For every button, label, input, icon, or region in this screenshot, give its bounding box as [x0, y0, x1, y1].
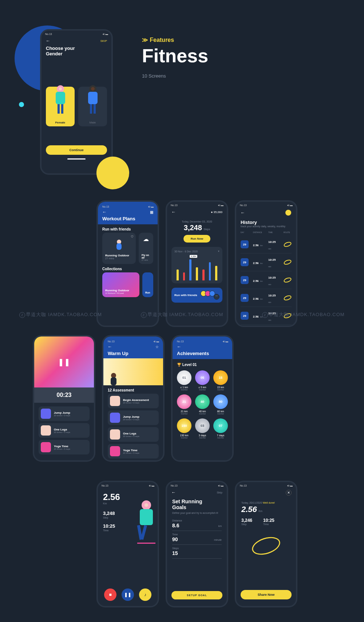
hero-title: Fitness	[142, 45, 208, 67]
achievement-badge[interactable]: 077 daysreached	[213, 418, 228, 439]
star-icon[interactable]: ☆	[155, 345, 159, 349]
calendar-icon[interactable]: ▦	[150, 210, 153, 214]
achievement-badge[interactable]: 1515 kmreached	[213, 370, 228, 391]
home-indicator	[67, 158, 86, 160]
music-button[interactable]: ♪	[139, 588, 151, 601]
exercise-item[interactable]: Yoga Time20 times • 3 reps	[108, 444, 159, 458]
back-icon[interactable]: ←	[241, 210, 245, 215]
history-row[interactable]: 292.56 km10:25 min	[241, 253, 292, 271]
running-character	[137, 500, 155, 544]
skip-button[interactable]: Skip	[217, 491, 222, 494]
run-friends-section: Run with friends	[98, 224, 158, 233]
bg-circle-yellow	[96, 157, 129, 189]
run-friends-card[interactable]: Run with friends ⋯	[171, 288, 222, 303]
steps-chart-card: 30 Nov - 6 Dec 2020▾ 3,284	[171, 247, 222, 283]
workout-plans-title: Workout Plans	[102, 216, 153, 221]
screen-workout-plans: No.13•ıl ⌂ ▬ ←▦ Workout Plans Run with f…	[96, 200, 159, 327]
back-icon[interactable]: ←	[46, 38, 50, 43]
back-icon[interactable]: ←	[108, 344, 112, 349]
steps-count: 3,248	[184, 224, 202, 232]
heart-icon[interactable]: ♡	[131, 235, 134, 239]
history-sub: track your activity daily, weekly, month…	[241, 225, 292, 228]
exercise-item[interactable]: One Legs20 times • 3 reps	[39, 423, 90, 438]
hero-features-label: Features	[142, 36, 208, 43]
timer-display: 00:23	[34, 387, 94, 403]
skip-button[interactable]: SKIP	[100, 39, 107, 43]
history-row[interactable]: 292.56 km10:25 min	[241, 271, 292, 289]
steps-date: Today, December 03, 2020	[167, 220, 227, 223]
goals-title: Set Running Goals	[172, 499, 222, 510]
screen-result: No.13•ıl ⌂ ▬ × Today, 20/11/2020 Well do…	[235, 481, 297, 607]
achievement-badge[interactable]: 033 daysreached	[195, 418, 210, 439]
result-km: 2.56	[241, 505, 257, 514]
achievement-badge[interactable]: 4040 kmreached	[195, 394, 210, 415]
watermark: Z早道大咖 IAMDK.TAOBAO.COM Z早道大咖 IAMDK.TAOBA…	[0, 311, 364, 318]
screen-set-goals: No.13•ıl ⌂ ▬ ←Skip Set Running Goals Def…	[166, 481, 228, 607]
steps-bar-chart: 3,284	[174, 255, 219, 280]
achievement-badge[interactable]: 150150 kmreached	[177, 418, 191, 439]
trophy-icon: 🏆	[177, 363, 181, 367]
distance-input[interactable]: Distance8.6km	[172, 517, 222, 531]
collection-card-partial[interactable]: Run	[142, 272, 153, 297]
run-now-button[interactable]: Run Now	[183, 235, 211, 243]
screen-running: No.13•ıl ⌂ ▬ 2.56 Km 3,248 Step 10:25 Ti…	[96, 481, 159, 607]
coins-badge: ● 35,000	[211, 210, 222, 214]
warmup-hero-image	[103, 358, 163, 385]
achievement-badge[interactable]: 8080 kmreached	[213, 394, 228, 415]
back-icon[interactable]: ←	[171, 490, 176, 495]
steps-input[interactable]: Steps15	[172, 545, 222, 559]
gender-male-card[interactable]: Male	[78, 87, 107, 126]
avatar[interactable]	[285, 209, 292, 216]
gender-female-card[interactable]: Female	[46, 87, 75, 126]
km-value: 2.56	[103, 492, 120, 502]
achievement-badge[interactable]: 2121 kmreached	[177, 394, 191, 415]
exercise-item[interactable]: Jump Jump20 times • 3 reps	[108, 410, 159, 425]
screen-gender: No.13•ıl ⌂ ▬ ←SKIP Choose your Gender Fe…	[40, 29, 113, 175]
female-label: Female	[48, 121, 72, 124]
history-row[interactable]: 292.56 km10:25 min	[241, 289, 292, 307]
gender-title: Choose your Gender	[41, 44, 111, 58]
male-label: Male	[80, 121, 105, 124]
back-icon[interactable]: ←	[171, 209, 176, 214]
close-icon[interactable]: ×	[286, 490, 292, 496]
exercise-item[interactable]: Yoga Time20 times • 3 reps	[39, 440, 90, 454]
stop-button[interactable]: ■	[104, 588, 116, 601]
exercise-item[interactable]: Begin Assessment20 times • 3 reps	[108, 394, 159, 408]
exercise-item[interactable]: One Legs20 times • 3 reps	[108, 427, 159, 442]
achievement-badge[interactable]: 05≤ 5 kmreached	[195, 370, 210, 391]
hero-block: Features Fitness 10 Screens	[142, 36, 208, 79]
time-input[interactable]: Time90minute	[172, 531, 222, 545]
screen-steps: No.13•ıl ⌂ ▬ ←● 35,000 Today, December 0…	[166, 200, 228, 327]
exercise-item[interactable]: Jump Jump20 times • 3 reps	[39, 406, 90, 421]
achievement-badge[interactable]: 01≤ 1 kmreached	[177, 370, 191, 391]
warmup-title: Warm Up	[108, 351, 159, 356]
collections-section: Collections	[98, 264, 158, 272]
screen-exercise-video: ❚❚ 00:23 Jump Jump20 times • 3 reps One …	[33, 335, 95, 462]
status-icons: •ıl ⌂ ▬	[103, 33, 108, 35]
screen-achievements: No.13•ıl ⌂ ▬ ← Achievements 🏆 Level 01 0…	[171, 335, 234, 462]
pause-icon[interactable]: ❚❚	[58, 358, 70, 366]
setup-goal-button[interactable]: SETUP GOAL	[171, 591, 222, 599]
continue-button[interactable]: Continue	[46, 145, 107, 155]
collection-card-running[interactable]: Running Outdoor 12 Workouts • All Level	[102, 272, 139, 297]
workout-card-fly[interactable]: ☁ Fly on air 27 mins	[139, 233, 153, 264]
video-player[interactable]: ❚❚	[34, 336, 94, 387]
screen-warmup: No.13•ıl ⌂ ▬ ←☆ Warm Up 12 Assessment Be…	[102, 335, 165, 462]
share-button[interactable]: Share Now	[241, 590, 292, 599]
back-icon[interactable]: ←	[177, 344, 181, 349]
history-row[interactable]: 292.56 km10:25 min	[241, 236, 292, 253]
achievements-title: Achievements	[177, 351, 228, 356]
chart-dropdown[interactable]: ▾	[218, 250, 219, 253]
pause-button[interactable]: ❚❚	[122, 588, 134, 601]
workout-card-running[interactable]: ♡ Running Outdoor 27 mins	[102, 233, 136, 264]
route-map	[250, 534, 282, 558]
back-icon[interactable]: ←	[102, 209, 107, 214]
level-label: Level 01	[182, 363, 197, 367]
history-row[interactable]: 292.56 km10:25 min	[241, 325, 292, 327]
bg-circle-teal	[19, 102, 24, 107]
assessment-section: 12 Assessment	[103, 385, 163, 394]
hero-subtitle: 10 Screens	[142, 73, 208, 79]
status-carrier: No.13	[45, 33, 52, 35]
history-title: History	[241, 220, 292, 225]
chart-tooltip: 3,284	[190, 255, 197, 258]
